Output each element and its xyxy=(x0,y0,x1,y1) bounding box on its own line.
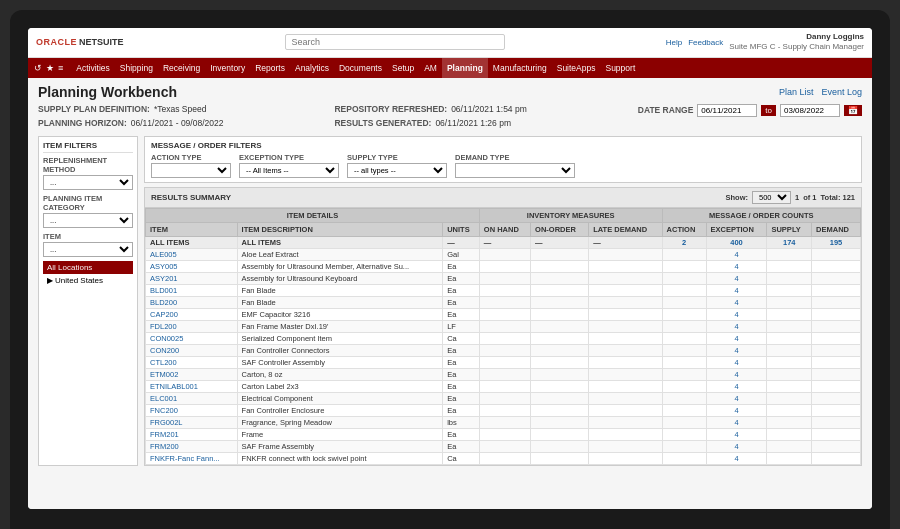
menu-icon[interactable]: ≡ xyxy=(58,63,63,73)
row-on-order-4 xyxy=(531,296,589,308)
nav-reports[interactable]: Reports xyxy=(250,58,290,78)
row-supply-8 xyxy=(767,344,812,356)
table-row[interactable]: ELC001 Electrical Component Ea 4 xyxy=(146,392,861,404)
table-row[interactable]: CON0025 Serialized Component Item Ca 4 xyxy=(146,332,861,344)
exception-type-label: EXCEPTION TYPE xyxy=(239,153,339,162)
table-row[interactable]: ETM002 Carton, 8 oz Ea 4 xyxy=(146,368,861,380)
table-row[interactable]: FRM200 SAF Frame Assembly Ea 4 xyxy=(146,440,861,452)
row-action-9 xyxy=(662,356,706,368)
row-item-8[interactable]: CON200 xyxy=(146,344,238,356)
table-row[interactable]: ALE005 Aloe Leaf Extract Gal 4 xyxy=(146,248,861,260)
table-row[interactable]: ASY201 Assembly for Ultrasound Keyboard … xyxy=(146,272,861,284)
date-from-input[interactable] xyxy=(697,104,757,117)
row-supply-0 xyxy=(767,248,812,260)
nav-activities[interactable]: Activities xyxy=(71,58,115,78)
table-row[interactable]: CTL200 SAF Controller Assembly Ea 4 xyxy=(146,356,861,368)
row-late-demand-10 xyxy=(589,368,662,380)
table-row[interactable]: FDL200 Fan Frame Master DxI.19' LF 4 xyxy=(146,320,861,332)
nav-manufacturing[interactable]: Manufacturing xyxy=(488,58,552,78)
all-locations-item[interactable]: All Locations xyxy=(43,261,133,274)
feedback-link[interactable]: Feedback xyxy=(688,38,723,47)
row-item-1[interactable]: ASY005 xyxy=(146,260,238,272)
help-link[interactable]: Help xyxy=(666,38,682,47)
row-item-13[interactable]: FNC200 xyxy=(146,404,238,416)
all-items-late-demand: — xyxy=(589,236,662,248)
row-item-9[interactable]: CTL200 xyxy=(146,356,238,368)
location-name: United States xyxy=(55,276,103,285)
row-item-2[interactable]: ASY201 xyxy=(146,272,238,284)
search-bar-wrapper xyxy=(285,34,505,50)
top-bar-right: Help Feedback Danny Loggins Suite MFG C … xyxy=(666,32,864,53)
plan-horizon-info: PLANNING HORIZON: 06/11/2021 - 09/08/202… xyxy=(38,118,223,128)
row-item-3[interactable]: BLD001 xyxy=(146,284,238,296)
nav-receiving[interactable]: Receiving xyxy=(158,58,205,78)
row-item-4[interactable]: BLD200 xyxy=(146,296,238,308)
nav-planning[interactable]: Planning xyxy=(442,58,488,78)
nav-suiteapps[interactable]: SuiteApps xyxy=(552,58,601,78)
row-item-6[interactable]: FDL200 xyxy=(146,320,238,332)
table-row[interactable]: ASY005 Assembly for Ultrasound Member, A… xyxy=(146,260,861,272)
replenishment-select[interactable]: ... xyxy=(43,175,133,190)
table-row[interactable]: BLD200 Fan Blade Ea 4 xyxy=(146,296,861,308)
table-row[interactable]: ETNILABL001 Carton Label 2x3 Ea 4 xyxy=(146,380,861,392)
nav-support[interactable]: Support xyxy=(600,58,640,78)
refresh-icon[interactable]: ↺ xyxy=(34,63,42,73)
row-supply-5 xyxy=(767,308,812,320)
united-states-item[interactable]: ▶ United States xyxy=(43,274,133,287)
row-item-14[interactable]: FRG002L xyxy=(146,416,238,428)
nav-setup[interactable]: Setup xyxy=(387,58,419,78)
table-row[interactable]: BLD001 Fan Blade Ea 4 xyxy=(146,284,861,296)
category-select[interactable]: ... xyxy=(43,213,133,228)
results-table: ITEM DETAILS INVENTORY MEASURES MESSAGE … xyxy=(145,208,861,465)
row-units-10: Ea xyxy=(443,368,480,380)
table-row[interactable]: CON200 Fan Controller Connectors Ea 4 xyxy=(146,344,861,356)
event-log-link[interactable]: Event Log xyxy=(821,87,862,97)
row-desc-3: Fan Blade xyxy=(237,284,443,296)
row-demand-0 xyxy=(812,248,861,260)
table-row[interactable]: FRM201 Frame Ea 4 xyxy=(146,428,861,440)
action-type-select[interactable] xyxy=(151,163,231,178)
row-supply-15 xyxy=(767,428,812,440)
row-item-0[interactable]: ALE005 xyxy=(146,248,238,260)
row-item-15[interactable]: FRM201 xyxy=(146,428,238,440)
demand-type-select[interactable] xyxy=(455,163,575,178)
row-action-11 xyxy=(662,380,706,392)
supply-type-select[interactable]: -- all types -- xyxy=(347,163,447,178)
nav-inventory[interactable]: Inventory xyxy=(205,58,250,78)
calendar-icon-button[interactable]: 📅 xyxy=(844,105,862,116)
row-action-6 xyxy=(662,320,706,332)
show-select[interactable]: 500 100 200 xyxy=(752,191,791,204)
row-item-17[interactable]: FNKFR-Fanc Fann... xyxy=(146,452,238,464)
row-on-hand-15 xyxy=(479,428,530,440)
nav-documents[interactable]: Documents xyxy=(334,58,387,78)
row-item-11[interactable]: ETNILABL001 xyxy=(146,380,238,392)
exception-type-select[interactable]: -- All Items -- xyxy=(239,163,339,178)
row-item-7[interactable]: CON0025 xyxy=(146,332,238,344)
item-select[interactable]: ... xyxy=(43,242,133,257)
row-item-5[interactable]: CAP200 xyxy=(146,308,238,320)
repository-label: REPOSITORY REFRESHED: xyxy=(334,104,447,114)
nav-analytics[interactable]: Analytics xyxy=(290,58,334,78)
oracle-text: ORACLE xyxy=(36,37,77,47)
row-units-6: LF xyxy=(443,320,480,332)
row-item-16[interactable]: FRM200 xyxy=(146,440,238,452)
col-exception: EXCEPTION xyxy=(706,222,767,236)
table-row[interactable]: CAP200 EMF Capacitor 3216 Ea 4 xyxy=(146,308,861,320)
col-description: ITEM DESCRIPTION xyxy=(237,222,443,236)
table-row[interactable]: FNKFR-Fanc Fann... FNKFR connect with lo… xyxy=(146,452,861,464)
row-exception-4: 4 xyxy=(706,296,767,308)
star-icon[interactable]: ★ xyxy=(46,63,54,73)
row-units-7: Ca xyxy=(443,332,480,344)
table-row[interactable]: FRG002L Fragrance, Spring Meadow lbs 4 xyxy=(146,416,861,428)
plan-list-link[interactable]: Plan List xyxy=(779,87,814,97)
nav-am[interactable]: AM xyxy=(419,58,442,78)
date-to-button[interactable]: to xyxy=(761,105,776,116)
nav-shipping[interactable]: Shipping xyxy=(115,58,158,78)
row-item-12[interactable]: ELC001 xyxy=(146,392,238,404)
row-item-10[interactable]: ETM002 xyxy=(146,368,238,380)
table-row[interactable]: FNC200 Fan Controller Enclosure Ea 4 xyxy=(146,404,861,416)
search-input[interactable] xyxy=(285,34,505,50)
row-units-12: Ea xyxy=(443,392,480,404)
date-to-input[interactable] xyxy=(780,104,840,117)
row-on-order-9 xyxy=(531,356,589,368)
